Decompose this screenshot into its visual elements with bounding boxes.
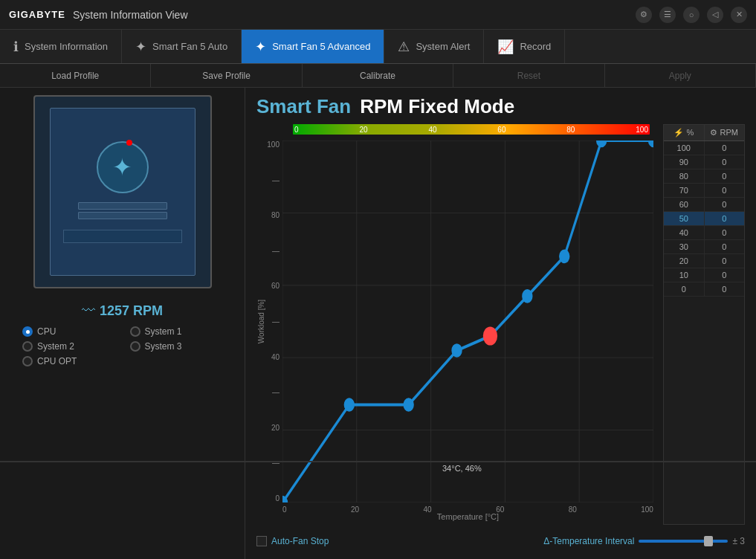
tab-record[interactable]: 📈 Record xyxy=(484,30,565,63)
tab-system-alert[interactable]: ⚠ System Alert xyxy=(384,30,484,63)
rpm-gear-icon: ⚙ xyxy=(710,128,717,137)
chart-title-mode: RPM Fixed Mode xyxy=(360,95,514,118)
fan-label-cpu-opt: CPU OPT xyxy=(37,356,77,366)
tab-smart-fan-auto[interactable]: ✦ Smart Fan 5 Auto xyxy=(122,30,242,63)
fan-option-cpu[interactable]: CPU xyxy=(22,326,115,337)
rpm-row-0: 0 0 xyxy=(664,282,744,297)
slot-1 xyxy=(78,202,167,210)
settings-button[interactable]: ⚙ xyxy=(636,7,652,23)
radio-cpu-opt[interactable] xyxy=(22,356,33,366)
y-label-80v: 80 xyxy=(271,211,280,219)
auto-fan-stop-control[interactable]: Auto-Fan Stop xyxy=(256,536,329,546)
fan-spin-icon: ✦ xyxy=(112,153,132,181)
slider-thumb xyxy=(704,536,713,546)
window-controls: ⚙ ☰ ○ ◁ ✕ xyxy=(636,7,747,23)
y-label-60: — xyxy=(272,247,280,255)
title-bar: GIGABYTE System Information View ⚙ ☰ ○ ◁… xyxy=(0,0,756,30)
save-profile-button[interactable]: Save Profile xyxy=(151,64,302,87)
rpm-cell-70-rpm: 0 xyxy=(705,184,745,197)
load-profile-button[interactable]: Load Profile xyxy=(0,64,151,87)
cpu-fan-visual: ✦ xyxy=(97,141,149,193)
svg-point-13 xyxy=(345,398,354,410)
temp-label-40: 40 xyxy=(428,126,436,134)
fan-option-system3[interactable]: System 3 xyxy=(130,341,223,352)
rpm-cell-80-rpm: 0 xyxy=(705,169,745,183)
menu-button[interactable]: ☰ xyxy=(659,7,676,23)
temp-label-100: 100 xyxy=(636,126,648,134)
delta-value: ± 3 xyxy=(732,536,745,546)
temp-label-80: 80 xyxy=(566,126,575,134)
minimize-button[interactable]: ○ xyxy=(683,7,700,23)
left-panel: ✦ 〰 1257 RPM xyxy=(0,88,245,559)
svg-point-19 xyxy=(597,140,606,146)
tab-smart-fan-advanced[interactable]: ✦ Smart Fan 5 Advanced xyxy=(242,30,384,63)
y-axis-title: Workload [%] xyxy=(258,300,266,343)
brand-logo: GIGABYTE xyxy=(9,9,65,20)
chart-area: 0 20 40 60 80 100 100 — 80 — 60 — xyxy=(256,124,657,525)
rpm-cell-40-rpm: 0 xyxy=(705,226,745,239)
fan-option-system2[interactable]: System 2 xyxy=(22,341,115,352)
maximize-button[interactable]: ◁ xyxy=(707,7,723,23)
y-label-80: — xyxy=(272,176,280,184)
tab-smart-fan-advanced-label: Smart Fan 5 Advanced xyxy=(272,41,370,52)
y-label-100: 100 xyxy=(267,140,280,149)
close-button[interactable]: ✕ xyxy=(731,7,747,23)
nav-tabs: ℹ System Information ✦ Smart Fan 5 Auto … xyxy=(0,30,756,64)
auto-fan-stop-label: Auto-Fan Stop xyxy=(271,536,329,546)
auto-fan-stop-checkbox[interactable] xyxy=(256,536,267,546)
y-label-40v: 40 xyxy=(271,353,280,361)
fan-curve-chart[interactable] xyxy=(282,140,653,503)
svg-point-17 xyxy=(523,290,532,302)
rpm-cell-30-pct: 30 xyxy=(664,240,705,253)
rpm-cell-10-rpm: 0 xyxy=(705,268,745,282)
apply-button[interactable]: Apply xyxy=(605,64,756,87)
tab-system-info[interactable]: ℹ System Information xyxy=(0,30,122,63)
rpm-cell-20-rpm: 0 xyxy=(705,254,745,268)
fan-label-system1: System 1 xyxy=(145,326,182,337)
reset-button[interactable]: Reset xyxy=(453,64,604,87)
pc-memory-slots xyxy=(78,202,167,219)
pc-case-illustration: ✦ xyxy=(26,95,219,296)
delta-temp-slider[interactable] xyxy=(639,540,728,543)
radio-system3[interactable] xyxy=(130,341,140,352)
rpm-cell-80-pct: 80 xyxy=(664,169,705,183)
app-title: System Information View xyxy=(73,9,188,21)
rpm-table: ⚡ % ⚙ RPM 100 0 90 0 80 xyxy=(663,124,745,525)
tab-system-alert-label: System Alert xyxy=(416,41,470,52)
rpm-cell-100-pct: 100 xyxy=(664,141,705,155)
rpm-cell-0-pct: 0 xyxy=(664,282,705,296)
fan-label-system3: System 3 xyxy=(145,341,182,352)
y-label-0: — xyxy=(272,459,280,467)
radio-system2[interactable] xyxy=(22,341,33,352)
svg-point-16 xyxy=(484,328,497,345)
rpm-row-40: 40 0 xyxy=(664,226,744,240)
panel-divider xyxy=(0,461,756,462)
bottom-controls: Auto-Fan Stop Δ-Temperature Interval ± 3 xyxy=(256,531,745,552)
calibrate-button[interactable]: Calibrate xyxy=(303,64,453,87)
fan-option-system1[interactable]: System 1 xyxy=(130,326,223,337)
rpm-cell-90-rpm: 0 xyxy=(705,155,745,169)
delta-temp-label: Δ-Temperature Interval xyxy=(543,536,634,546)
rpm-row-30: 30 0 xyxy=(664,240,744,254)
temp-label-60: 60 xyxy=(497,126,505,134)
fan-label-cpu: CPU xyxy=(37,326,56,337)
radio-cpu[interactable] xyxy=(22,326,33,337)
rpm-wave-icon: 〰 xyxy=(82,303,95,319)
y-axis-title-container: Workload [%] xyxy=(256,140,267,503)
fan-selector: CPU System 1 System 2 System 3 CPU OPT xyxy=(7,326,237,366)
temp-bar-labels: 0 20 40 60 80 100 xyxy=(293,124,650,135)
fan-option-cpu-opt[interactable]: CPU OPT xyxy=(22,356,115,366)
chart-container: 0 20 40 60 80 100 100 — 80 — 60 — xyxy=(256,124,745,525)
fan-indicator-dot xyxy=(126,140,132,146)
action-bar: Load Profile Save Profile Calibrate Rese… xyxy=(0,64,756,88)
radio-system1[interactable] xyxy=(130,326,140,337)
rpm-cell-50-pct: 50 xyxy=(664,212,705,225)
delta-temp-control: Δ-Temperature Interval ± 3 xyxy=(543,536,745,546)
rpm-cell-0-rpm: 0 xyxy=(705,282,745,296)
pc-inner: ✦ xyxy=(50,108,196,276)
rpm-row-20: 20 0 xyxy=(664,254,744,268)
rpm-row-70: 70 0 xyxy=(664,184,744,198)
rpm-table-header: ⚡ % ⚙ RPM xyxy=(664,125,744,141)
temp-label-0: 0 xyxy=(294,126,299,134)
rpm-cell-20-pct: 20 xyxy=(664,254,705,268)
